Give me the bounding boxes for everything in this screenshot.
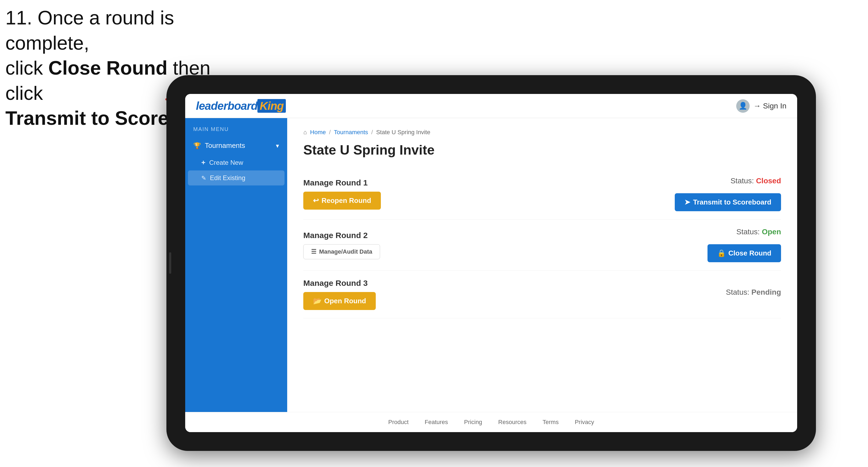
round-2-status: Status: Open — [736, 227, 781, 236]
page-content: ⌂ Home / Tournaments / State U Spring In… — [287, 118, 797, 412]
top-nav: leaderboardKing 👤 → Sign In — [185, 94, 797, 118]
round-1-title: Manage Round 1 — [303, 178, 675, 187]
transmit-icon: ➤ — [684, 198, 690, 207]
sidebar-item-create-new[interactable]: Create New — [185, 155, 287, 170]
round-1-status-value: Closed — [756, 177, 781, 185]
round-3-status-label: Status: — [726, 288, 749, 296]
round-3-status: Status: Pending — [726, 288, 781, 297]
round-1-status: Status: Closed — [731, 177, 781, 185]
sidebar-item-tournaments-left: Tournaments — [193, 142, 245, 150]
sidebar-item-edit-existing[interactable]: Edit Existing — [188, 170, 284, 185]
breadcrumb-tournaments[interactable]: Tournaments — [334, 129, 368, 136]
transmit-to-scoreboard-button[interactable]: ➤ Transmit to Scoreboard — [675, 193, 781, 211]
instruction-close-round: Close Round — [48, 57, 167, 79]
user-icon: 👤 — [739, 102, 747, 110]
instruction-line1: 11. Once a round is complete, — [5, 7, 174, 54]
footer-features[interactable]: Features — [425, 419, 448, 426]
round-2-status-value: Open — [762, 227, 781, 236]
sign-in-label: Sign In — [763, 102, 786, 110]
tablet-screen: leaderboardKing 👤 → Sign In MAIN MENU — [185, 94, 797, 432]
round-section-1: Manage Round 1 ↩ Reopen Round Status: Cl… — [303, 168, 781, 220]
edit-icon — [201, 174, 206, 182]
page-title: State U Spring Invite — [303, 142, 781, 158]
sidebar-create-new-label: Create New — [209, 159, 243, 166]
footer-pricing[interactable]: Pricing — [464, 419, 482, 426]
reopen-round-button[interactable]: ↩ Reopen Round — [303, 192, 381, 210]
round-2-left: Manage Round 2 ☰ Manage/Audit Data — [303, 231, 679, 259]
sidebar-tournaments-label: Tournaments — [205, 142, 245, 150]
round-1-right: Status: Closed ➤ Transmit to Scoreboard — [675, 177, 781, 211]
round-3-left: Manage Round 3 📂 Open Round — [303, 279, 679, 310]
sidebar: MAIN MENU Tournaments Create New Edit Ex… — [185, 118, 287, 412]
breadcrumb: ⌂ Home / Tournaments / State U Spring In… — [303, 129, 781, 136]
reopen-icon: ↩ — [313, 196, 319, 205]
round-2-title: Manage Round 2 — [303, 231, 679, 240]
sign-in-area: 👤 → Sign In — [736, 99, 786, 113]
close-round-button[interactable]: 🔒 Close Round — [708, 244, 781, 262]
reopen-round-label: Reopen Round — [321, 196, 371, 205]
chevron-down-icon — [276, 142, 279, 150]
footer: Product Features Pricing Resources Terms… — [185, 412, 797, 432]
logo: leaderboardKing — [196, 100, 286, 113]
sidebar-item-tournaments[interactable]: Tournaments — [185, 136, 287, 155]
open-round-button[interactable]: 📂 Open Round — [303, 292, 376, 310]
user-avatar: 👤 — [736, 99, 750, 113]
round-section-2: Manage Round 2 ☰ Manage/Audit Data Statu… — [303, 220, 781, 271]
audit-icon: ☰ — [311, 248, 316, 255]
breadcrumb-sep-2: / — [371, 129, 373, 136]
round-3-right: Status: Pending — [679, 288, 781, 301]
trophy-icon — [193, 142, 201, 150]
main-content: MAIN MENU Tournaments Create New Edit Ex… — [185, 118, 797, 412]
close-round-label: Close Round — [728, 249, 771, 257]
round-1-status-label: Status: — [731, 177, 754, 185]
sign-in-button[interactable]: → Sign In — [753, 102, 786, 110]
plus-icon — [201, 158, 205, 167]
sidebar-edit-existing-label: Edit Existing — [210, 174, 245, 182]
lock-icon: 🔒 — [717, 249, 726, 257]
logo-area: leaderboardKing — [196, 100, 286, 113]
home-icon: ⌂ — [303, 129, 307, 136]
breadcrumb-sep-1: / — [329, 129, 331, 136]
round-1-left: Manage Round 1 ↩ Reopen Round — [303, 178, 675, 210]
manage-audit-button[interactable]: ☰ Manage/Audit Data — [303, 244, 380, 259]
round-2-status-label: Status: — [736, 227, 760, 236]
breadcrumb-current: State U Spring Invite — [376, 129, 430, 136]
round-3-title: Manage Round 3 — [303, 279, 679, 288]
breadcrumb-home[interactable]: Home — [310, 129, 326, 136]
tablet-side-button — [169, 252, 171, 274]
footer-product[interactable]: Product — [388, 419, 408, 426]
open-icon: 📂 — [313, 297, 321, 305]
round-2-right: Status: Open 🔒 Close Round — [679, 227, 781, 262]
tablet-shell: leaderboardKing 👤 → Sign In MAIN MENU — [166, 75, 816, 451]
manage-audit-label: Manage/Audit Data — [319, 248, 372, 255]
sidebar-menu-label: MAIN MENU — [185, 126, 287, 132]
sign-in-arrow-icon: → — [753, 102, 761, 110]
transmit-label: Transmit to Scoreboard — [693, 198, 771, 207]
open-round-label: Open Round — [324, 297, 366, 305]
round-3-status-value: Pending — [751, 288, 781, 296]
footer-resources[interactable]: Resources — [498, 419, 526, 426]
footer-terms[interactable]: Terms — [543, 419, 559, 426]
footer-privacy[interactable]: Privacy — [575, 419, 594, 426]
round-section-3: Manage Round 3 📂 Open Round Status: Pend… — [303, 271, 781, 318]
